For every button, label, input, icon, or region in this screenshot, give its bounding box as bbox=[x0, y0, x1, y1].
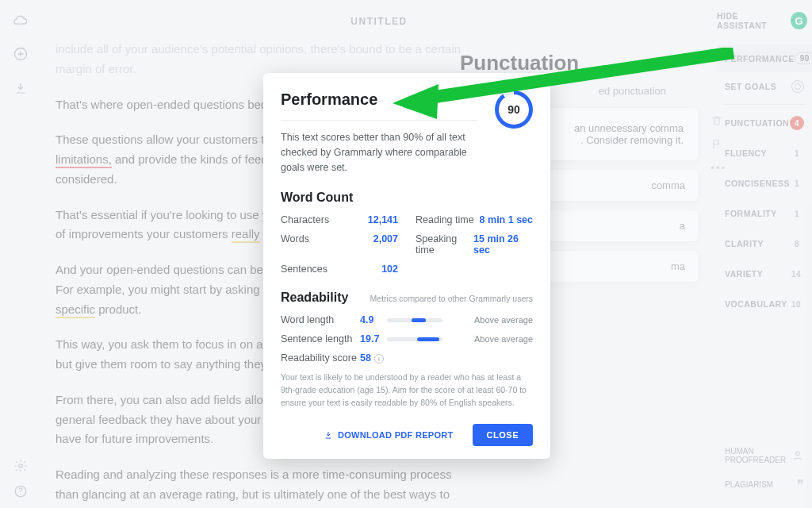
hint-text: Metrics compared to other Grammarly user… bbox=[370, 294, 533, 303]
readability-grid: Word length 4.9 Above average Sentence l… bbox=[281, 314, 533, 364]
modal-description: This text scores better than 90% of all … bbox=[281, 130, 477, 175]
performance-modal: Performance This text scores better than… bbox=[263, 73, 550, 459]
divider bbox=[281, 120, 477, 121]
info-icon[interactable]: i bbox=[374, 354, 384, 364]
section-heading: Word Count bbox=[281, 190, 533, 205]
section-heading: Readability bbox=[281, 291, 348, 305]
download-report-button[interactable]: DOWNLOAD PDF REPORT bbox=[324, 430, 454, 440]
modal-title: Performance bbox=[281, 90, 477, 109]
meter bbox=[387, 318, 442, 322]
word-count-stats: Characters12,141 Reading time8 min 1 sec… bbox=[281, 214, 533, 275]
meter bbox=[387, 337, 442, 341]
score-ring: 90 bbox=[495, 90, 533, 129]
footnote: Your text is likely to be understood by … bbox=[281, 371, 533, 409]
close-button[interactable]: CLOSE bbox=[473, 424, 533, 446]
